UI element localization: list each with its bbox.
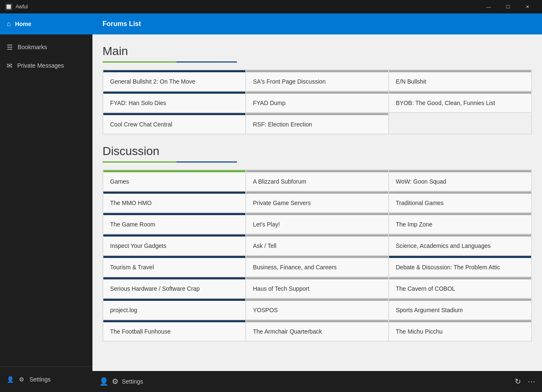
forum-cell-science[interactable]: Science, Academics and Languages xyxy=(389,234,531,255)
forum-label: BYOB: The Good, Clean, Funnies List xyxy=(389,94,531,112)
forum-cell-wow[interactable]: WoW: Goon Squad xyxy=(389,170,531,191)
sidebar-header[interactable]: ⌂ Home xyxy=(0,13,92,34)
forum-label: The Game Room xyxy=(103,215,245,234)
forum-label: A Blizzard Subforum xyxy=(246,172,388,191)
main-forums-grid: General Bullshit 2: On The Move SA's Fro… xyxy=(103,69,532,134)
forum-label: The Football Funhouse xyxy=(103,322,245,341)
more-icon[interactable]: ⋯ xyxy=(528,377,535,386)
forum-label: Let's Play! xyxy=(246,215,388,234)
forum-label: Science, Academics and Languages xyxy=(389,237,531,255)
forum-label: E/N Bullshit xyxy=(389,72,531,91)
forum-cell-fyad[interactable]: FYAD: Han Solo Dies xyxy=(103,91,246,113)
user-icon: 👤 xyxy=(7,376,14,383)
forum-cell-front-page[interactable]: SA's Front Page Discussion xyxy=(246,70,389,91)
forum-label: The Imp Zone xyxy=(389,215,531,234)
forum-cell-sports[interactable]: Sports Argument Stadium xyxy=(389,298,531,320)
forum-cell-rsf[interactable]: RSF: Election Erection xyxy=(246,113,389,134)
sidebar-item-bookmarks[interactable]: ☰ Bookmarks xyxy=(0,38,92,56)
forum-label: Ask / Tell xyxy=(246,237,388,255)
app-title: Awful xyxy=(16,4,28,10)
forum-cell-cobol[interactable]: The Cavern of COBOL xyxy=(389,277,531,298)
forum-label: FYAD Dump xyxy=(246,94,388,112)
forum-cell-imp-zone[interactable]: The Imp Zone xyxy=(389,213,531,234)
gear-icon: ⚙ xyxy=(112,377,118,386)
discussion-section-underline xyxy=(103,161,237,163)
forum-label: WoW: Goon Squad xyxy=(389,172,531,191)
messages-icon: ✉ xyxy=(7,62,12,70)
forum-label: The Armchair Quarterback xyxy=(246,322,388,341)
forum-cell-yospos[interactable]: YOSPOS xyxy=(246,298,389,320)
forum-cell-mmo[interactable]: The MMO HMO xyxy=(103,191,246,213)
topbar: Forums List xyxy=(92,13,542,34)
bottombar-right-controls: ↻ ⋯ xyxy=(515,377,535,386)
forum-cell-business[interactable]: Business, Finance, and Careers xyxy=(246,255,389,277)
bottombar: 👤 ⚙ Settings ↻ ⋯ xyxy=(92,371,542,392)
refresh-icon[interactable]: ↻ xyxy=(515,377,521,386)
main-section-underline xyxy=(103,61,237,63)
forum-cell-armchair[interactable]: The Armchair Quarterback xyxy=(246,320,389,341)
bottombar-user-settings[interactable]: 👤 ⚙ Settings xyxy=(99,377,143,386)
forum-label: Inspect Your Gadgets xyxy=(103,237,245,255)
window-controls: — ☐ ✕ xyxy=(479,0,537,13)
minimize-button[interactable]: — xyxy=(479,0,498,13)
sidebar-item-private-messages[interactable]: ✉ Private Messages xyxy=(0,56,92,75)
forum-label: project.log xyxy=(103,301,245,319)
forum-cell-byob[interactable]: BYOB: The Good, Clean, Funnies List xyxy=(389,91,531,113)
forum-label: Cool Crew Chat Central xyxy=(103,115,245,134)
sidebar-item-bookmarks-label: Bookmarks xyxy=(18,44,47,50)
forum-cell-projectlog[interactable]: project.log xyxy=(103,298,246,320)
settings-label: Settings xyxy=(29,376,51,383)
forum-label: Traditional Games xyxy=(389,194,531,212)
forum-label: The MMO HMO xyxy=(103,194,245,212)
forum-cell-fyad-dump[interactable]: FYAD Dump xyxy=(246,91,389,113)
forum-cell-tourism[interactable]: Tourism & Travel xyxy=(103,255,246,277)
forum-cell-lets-play[interactable]: Let's Play! xyxy=(246,213,389,234)
main-section-title: Main xyxy=(103,45,532,58)
sidebar: ⌂ Home ☰ Bookmarks ✉ Private Messages 👤 … xyxy=(0,13,92,392)
sidebar-home-label: Home xyxy=(15,21,32,27)
forum-cell-michu[interactable]: The Michu Picchu xyxy=(389,320,531,341)
forum-label: Serious Hardware / Software Crap xyxy=(103,279,245,298)
home-icon: ⌂ xyxy=(7,20,11,28)
forum-cell-cool-crew[interactable]: Cool Crew Chat Central xyxy=(103,113,246,134)
discussion-forums-grid: Games A Blizzard Subforum WoW: Goon Squa… xyxy=(103,169,532,342)
maximize-button[interactable]: ☐ xyxy=(498,0,518,13)
forum-label: Haus of Tech Support xyxy=(246,279,388,298)
close-button[interactable]: ✕ xyxy=(518,0,537,13)
forum-cell-gadgets[interactable]: Inspect Your Gadgets xyxy=(103,234,246,255)
discussion-section-title: Discussion xyxy=(103,145,532,158)
forum-label: Games xyxy=(103,172,245,191)
forum-label: Debate & Discussion: The Problem Attic xyxy=(389,258,531,276)
main-content: Forums List Main General Bullshit 2: On … xyxy=(92,13,542,392)
forum-label: RSF: Election Erection xyxy=(246,115,388,134)
bookmarks-icon: ☰ xyxy=(7,43,13,51)
user-icon: 👤 xyxy=(99,377,108,386)
forum-cell-traditional[interactable]: Traditional Games xyxy=(389,191,531,213)
forum-cell-haus-tech[interactable]: Haus of Tech Support xyxy=(246,277,389,298)
app-icon: 🔲 xyxy=(5,3,12,10)
sidebar-nav: ☰ Bookmarks ✉ Private Messages xyxy=(0,34,92,366)
forum-label: Sports Argument Stadium xyxy=(389,301,531,319)
forum-cell-en-bullshit[interactable]: E/N Bullshit xyxy=(389,70,531,91)
forum-cell-ask-tell[interactable]: Ask / Tell xyxy=(246,234,389,255)
sidebar-item-messages-label: Private Messages xyxy=(17,62,64,69)
sidebar-footer-user[interactable]: 👤 ⚙ Settings xyxy=(0,370,92,389)
forum-label: FYAD: Han Solo Dies xyxy=(103,94,245,112)
forum-label: The Michu Picchu xyxy=(389,322,531,341)
gear-icon: ⚙ xyxy=(19,376,24,383)
forum-cell-game-room[interactable]: The Game Room xyxy=(103,213,246,234)
forum-cell-debate[interactable]: Debate & Discussion: The Problem Attic xyxy=(389,255,531,277)
sidebar-footer: 👤 ⚙ Settings xyxy=(0,366,92,392)
forum-cell-games[interactable]: Games xyxy=(103,170,246,191)
forum-cell-blizzard[interactable]: A Blizzard Subforum xyxy=(246,170,389,191)
forum-label: YOSPOS xyxy=(246,301,388,319)
forum-label: SA's Front Page Discussion xyxy=(246,72,388,91)
forum-cell-football[interactable]: The Football Funhouse xyxy=(103,320,246,341)
forum-label: Private Game Servers xyxy=(246,194,388,212)
forum-label: General Bullshit 2: On The Move xyxy=(103,72,245,91)
settings-label: Settings xyxy=(122,378,143,385)
forum-cell-general-bullshit[interactable]: General Bullshit 2: On The Move xyxy=(103,70,246,91)
forum-cell-hardware[interactable]: Serious Hardware / Software Crap xyxy=(103,277,246,298)
discussion-section: Discussion Games A Blizzard Subforum WoW xyxy=(103,145,532,342)
forum-cell-private-servers[interactable]: Private Game Servers xyxy=(246,191,389,213)
